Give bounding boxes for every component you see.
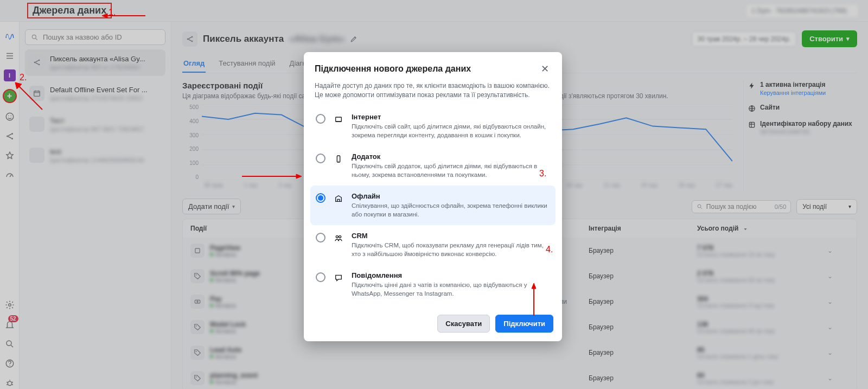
radio-icon[interactable] [316, 154, 326, 163]
close-icon[interactable]: ✕ [539, 61, 551, 77]
annotation-3: 3. [539, 169, 546, 178]
annotation-arrow-3 [242, 173, 302, 181]
radio-icon[interactable] [316, 272, 326, 282]
svg-point-38 [336, 235, 338, 238]
annotation-arrow-1 [102, 12, 145, 20]
svg-point-37 [338, 161, 339, 161]
annotation-2: 2. [20, 73, 27, 82]
option-title: Офлайн [352, 192, 550, 200]
option-title: Додаток [352, 152, 550, 161]
connect-button[interactable]: Підключити [495, 315, 553, 333]
radio-icon[interactable] [316, 193, 326, 203]
annotation-arrow-4 [531, 283, 537, 317]
svg-marker-47 [532, 283, 536, 289]
option-icon [332, 271, 345, 284]
svg-marker-45 [296, 174, 302, 178]
option-icon [332, 192, 345, 205]
modal-title: Підключення нового джерела даних [315, 64, 539, 74]
option-title: Повідомлення [352, 271, 550, 279]
option-icon [332, 152, 345, 165]
cancel-button[interactable]: Скасувати [437, 315, 490, 333]
modal-option-3[interactable]: CRMПідключіть CRM, щоб показувати реклам… [310, 225, 556, 265]
option-icon [332, 232, 345, 245]
modal-option-0[interactable]: ІнтернетПідключіть свій сайт, щоб ділити… [310, 106, 556, 146]
connect-data-source-modal: Підключення нового джерела даних ✕ Надай… [304, 52, 562, 341]
svg-point-39 [339, 235, 341, 238]
modal-option-2[interactable]: ОфлайнСпілкування, що здійснюється офлай… [310, 186, 556, 225]
svg-marker-41 [102, 14, 107, 18]
option-title: Інтернет [352, 113, 550, 121]
option-desc: Підключіть CRM, щоб показувати рекламу д… [352, 241, 550, 258]
modal-option-1[interactable]: ДодатокПідключіть свій додаток, щоб діли… [310, 146, 556, 186]
annotation-arrow-2 [15, 82, 48, 117]
option-desc: Підключіть цінні дані з чатів із компані… [352, 280, 550, 298]
svg-line-42 [18, 86, 42, 110]
annotation-4: 4. [546, 245, 553, 254]
radio-icon[interactable] [316, 114, 326, 124]
option-desc: Спілкування, що здійснюється офлайн, зок… [352, 201, 550, 219]
option-title: CRM [352, 232, 550, 240]
option-desc: Підключіть свій додаток, щоб ділитися ді… [352, 162, 550, 179]
radio-icon[interactable] [316, 233, 326, 243]
option-icon [332, 113, 345, 126]
modal-option-4[interactable]: ПовідомленняПідключіть цінні дані з чаті… [310, 265, 556, 304]
svg-rect-35 [336, 117, 342, 122]
option-desc: Підключіть свій сайт, щоб ділитися діями… [352, 122, 550, 139]
modal-subtitle: Надайте доступ до даних про те, як клієн… [304, 79, 562, 106]
